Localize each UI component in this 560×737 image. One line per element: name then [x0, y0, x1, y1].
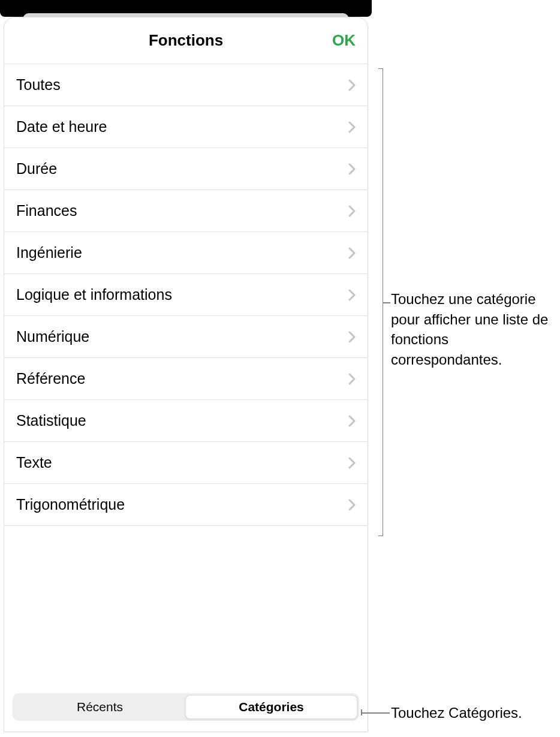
category-list: ToutesDate et heureDuréeFinancesIngénier…: [4, 64, 368, 687]
panel-title: Fonctions: [149, 31, 223, 50]
chevron-right-icon: [348, 163, 356, 175]
chevron-right-icon: [348, 331, 356, 343]
panel-header: Fonctions OK: [4, 17, 368, 64]
category-label: Ingénierie: [16, 244, 82, 261]
category-label: Durée: [16, 160, 57, 178]
callout-tab: Touchez Catégories.: [391, 703, 522, 723]
category-item-all[interactable]: Toutes: [4, 64, 368, 106]
annotations: Touchez une catégorie pour afficher une …: [372, 0, 560, 737]
chevron-right-icon: [348, 373, 356, 385]
chevron-right-icon: [348, 289, 356, 301]
category-item-trigonometric[interactable]: Trigonométrique: [4, 484, 368, 526]
chevron-right-icon: [348, 79, 356, 91]
segment-recent[interactable]: Récents: [14, 695, 185, 719]
chevron-right-icon: [348, 205, 356, 217]
segment-categories[interactable]: Catégories: [185, 695, 357, 719]
category-label: Date et heure: [16, 118, 107, 136]
category-item-finance[interactable]: Finances: [4, 190, 368, 232]
category-item-date-time[interactable]: Date et heure: [4, 106, 368, 148]
callout-list: Touchez une catégorie pour afficher une …: [391, 289, 559, 369]
category-label: Toutes: [16, 76, 61, 94]
category-label: Texte: [16, 454, 52, 471]
category-item-engineering[interactable]: Ingénierie: [4, 232, 368, 274]
category-label: Finances: [16, 202, 77, 219]
chevron-right-icon: [348, 499, 356, 511]
category-item-duration[interactable]: Durée: [4, 148, 368, 190]
category-item-text[interactable]: Texte: [4, 442, 368, 484]
category-item-reference[interactable]: Référence: [4, 358, 368, 400]
callout-bracket: [378, 68, 383, 536]
chevron-right-icon: [348, 247, 356, 259]
category-label: Numérique: [16, 328, 89, 345]
chevron-right-icon: [348, 121, 356, 133]
panel-footer: Récents Catégories: [4, 687, 368, 732]
category-label: Logique et informations: [16, 286, 172, 303]
ok-button[interactable]: OK: [332, 31, 356, 50]
category-item-numeric[interactable]: Numérique: [4, 316, 368, 358]
category-item-logic-info[interactable]: Logique et informations: [4, 274, 368, 316]
device-frame: Fonctions OK ToutesDate et heureDuréeFin…: [0, 0, 372, 737]
callout-connector-tab: [361, 712, 390, 714]
chevron-right-icon: [348, 415, 356, 427]
callout-tick: [361, 709, 362, 715]
category-item-statistical[interactable]: Statistique: [4, 400, 368, 442]
callout-connector: [383, 302, 390, 303]
functions-panel: Fonctions OK ToutesDate et heureDuréeFin…: [4, 17, 368, 732]
category-label: Statistique: [16, 412, 86, 429]
chevron-right-icon: [348, 457, 356, 469]
category-label: Référence: [16, 370, 85, 387]
segment-control: Récents Catégories: [13, 693, 359, 721]
category-label: Trigonométrique: [16, 496, 125, 513]
